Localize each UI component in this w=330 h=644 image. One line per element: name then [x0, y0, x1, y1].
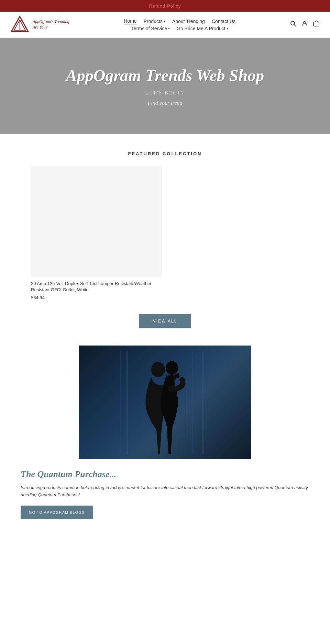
announcement-link[interactable]: Refund Policy	[149, 3, 181, 9]
nav-row-1: Home Products ▾ About Trending Contact U…	[124, 18, 235, 24]
logo-text: AppOgram's Trending Are You?	[33, 19, 69, 30]
product-grid: 20 Amp 125-Volt Duplex Self-Test Tamper …	[31, 167, 299, 300]
featured-collection-title: FEATURED COLLECTION	[14, 151, 316, 156]
cart-button[interactable]	[313, 21, 320, 29]
quantum-title: The Quantum Purchase...	[21, 469, 309, 479]
svg-point-8	[166, 361, 178, 375]
hero-subtitle: LET'S BEGIN	[145, 90, 185, 96]
svg-line-4	[294, 25, 296, 26]
view-all-wrapper: VIEW ALL	[14, 314, 316, 328]
nav-go-price-me[interactable]: Go Price Me A Product ▾	[177, 26, 228, 31]
chevron-down-icon-2: ▾	[168, 26, 170, 30]
quantum-section: The Quantum Purchase... Introducing prod…	[0, 346, 330, 536]
chevron-down-icon: ▾	[164, 19, 165, 23]
view-all-button[interactable]: VIEW ALL	[139, 314, 191, 328]
logo-area[interactable]: AppOgram's Trending Are You?	[10, 15, 69, 34]
cart-icon	[313, 21, 320, 27]
product-card-1[interactable]: 20 Amp 125-Volt Duplex Self-Test Tamper …	[31, 167, 162, 300]
site-header: AppOgram's Trending Are You? Home Produc…	[0, 12, 330, 38]
main-nav: Home Products ▾ About Trending Contact U…	[124, 18, 235, 31]
hero-section: AppOgram Trends Web Shop LET'S BEGIN Fin…	[0, 38, 330, 134]
nav-contact-us[interactable]: Contact Us	[212, 19, 235, 24]
quantum-image	[79, 346, 251, 459]
quantum-text-area: The Quantum Purchase... Introducing prod…	[14, 469, 316, 519]
hero-title: AppOgram Trends Web Shop	[66, 66, 264, 85]
hero-tagline: Find your trend	[148, 100, 183, 106]
nav-products[interactable]: Products ▾	[144, 19, 165, 24]
search-button[interactable]	[290, 21, 296, 29]
svg-rect-6	[314, 22, 319, 26]
header-icons	[290, 21, 320, 29]
product-price-1: $34.94	[31, 295, 162, 300]
quantum-blog-button[interactable]: GO TO APPOGRAM BLOGS	[21, 506, 93, 519]
search-icon	[290, 21, 296, 27]
featured-collection-section: FEATURED COLLECTION 20 Amp 125-Volt Dupl…	[0, 134, 330, 346]
quantum-image-inner	[79, 346, 251, 459]
nav-terms-of-service[interactable]: Terms of Service ▾	[131, 26, 170, 31]
quantum-description: Introducing products common but trending…	[21, 484, 309, 499]
svg-point-7	[151, 362, 165, 377]
product-image-1	[31, 167, 162, 276]
login-button[interactable]	[301, 21, 308, 29]
chevron-down-icon-3: ▾	[227, 26, 228, 30]
dance-silhouette	[117, 351, 213, 454]
product-name-1: 20 Amp 125-Volt Duplex Self-Test Tamper …	[31, 281, 162, 293]
announcement-bar: Refund Policy	[0, 0, 330, 12]
user-icon	[301, 21, 308, 27]
nav-about-trending[interactable]: About Trending	[172, 19, 205, 24]
nav-home[interactable]: Home	[124, 18, 136, 24]
nav-row-2: Terms of Service ▾ Go Price Me A Product…	[131, 26, 228, 31]
logo-icon	[10, 15, 29, 34]
